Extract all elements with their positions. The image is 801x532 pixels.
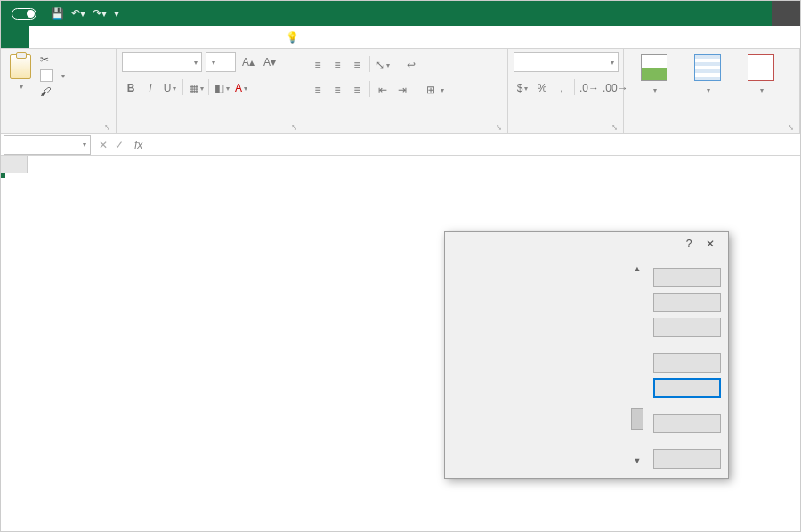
tab-draw[interactable] <box>72 26 93 48</box>
fx-icon[interactable]: fx <box>131 139 146 151</box>
cell-styles-icon <box>748 54 774 81</box>
clipboard-group-label <box>6 129 110 133</box>
name-box[interactable]: ▾ <box>4 135 91 155</box>
tab-formulas[interactable] <box>115 26 136 48</box>
ribbon-tabs: 💡 <box>1 26 800 49</box>
tab-review[interactable] <box>158 26 179 48</box>
find-next-button[interactable] <box>653 378 721 398</box>
cancel-icon[interactable]: ✕ <box>99 139 108 151</box>
conditional-formatting-icon <box>641 54 668 81</box>
format-painter-button[interactable]: 🖌 <box>38 85 67 99</box>
increase-font-icon[interactable]: A▴ <box>239 53 257 71</box>
align-center-icon[interactable]: ≡ <box>328 81 346 99</box>
cell-styles-button[interactable]: ▾ <box>736 52 786 97</box>
tab-insert[interactable] <box>51 26 72 48</box>
align-bottom-icon[interactable]: ≡ <box>348 56 366 74</box>
alignment-group-label <box>309 129 502 133</box>
align-left-icon[interactable]: ≡ <box>309 81 327 99</box>
brush-icon: 🖌 <box>40 85 51 98</box>
styles-group-label <box>629 129 794 133</box>
data-form-dialog: ? ✕ ▲ ▼ <box>444 231 729 479</box>
close-icon[interactable]: ✕ <box>700 238 721 250</box>
format-as-table-button[interactable]: ▾ <box>683 52 732 97</box>
merge-icon: ⊞ <box>426 84 435 96</box>
tab-view[interactable] <box>179 26 200 48</box>
selection-border <box>1 173 4 177</box>
copy-icon <box>40 69 53 82</box>
merge-center-button[interactable]: ⊞▾ <box>422 81 449 99</box>
decrease-font-icon[interactable]: A▾ <box>261 53 279 71</box>
scroll-thumb[interactable] <box>631 408 643 430</box>
number-group-label <box>514 129 618 133</box>
paste-icon <box>10 54 31 79</box>
autosave-toggle[interactable] <box>8 8 36 20</box>
tab-file[interactable] <box>1 26 29 48</box>
wrap-text-button[interactable]: ↩ <box>402 56 424 74</box>
tab-data[interactable] <box>136 26 158 48</box>
delete-button[interactable] <box>653 293 721 312</box>
fill-color-button[interactable]: ◧▾ <box>213 79 231 97</box>
close-button[interactable] <box>653 449 721 469</box>
group-number: ▾ $▾ % , .0→ .00→ <box>508 49 624 133</box>
font-color-button[interactable]: A▾ <box>232 79 250 97</box>
scroll-down-icon[interactable]: ▼ <box>634 456 642 465</box>
currency-button[interactable]: $▾ <box>514 79 531 97</box>
align-right-icon[interactable]: ≡ <box>348 81 366 99</box>
underline-button[interactable]: U▾ <box>161 79 179 97</box>
tab-design[interactable] <box>243 26 264 48</box>
cut-button[interactable]: ✂ <box>38 52 67 67</box>
comma-button[interactable]: , <box>553 79 570 97</box>
border-button[interactable]: ▦▾ <box>187 79 205 97</box>
italic-button[interactable]: I <box>142 79 159 97</box>
wrap-icon: ↩ <box>407 59 416 71</box>
tab-developer[interactable] <box>200 26 222 48</box>
group-clipboard: ▾ ✂ ▾ 🖌 <box>1 49 117 133</box>
help-icon[interactable]: ? <box>678 238 700 250</box>
decrease-indent-icon[interactable]: ⇤ <box>374 81 392 99</box>
ribbon: ▾ ✂ ▾ 🖌 ▾ ▾ A▴ A▾ B I U▾ ▦▾ <box>1 49 800 134</box>
number-format-combo[interactable]: ▾ <box>514 52 619 72</box>
undo-icon[interactable]: ↶▾ <box>71 7 85 20</box>
conditional-formatting-button[interactable]: ▾ <box>629 52 679 97</box>
font-size-combo[interactable]: ▾ <box>206 52 236 72</box>
select-all-corner[interactable] <box>1 156 28 173</box>
group-alignment: ≡ ≡ ≡ ⤡▾ ↩ ≡ ≡ ≡ ⇤ ⇥ ⊞▾ <box>303 49 508 133</box>
title-bar: 💾 ↶▾ ↷▾ ▾ <box>1 1 800 26</box>
worksheet-grid[interactable] <box>1 156 800 173</box>
paste-button[interactable]: ▾ <box>6 52 35 93</box>
find-prev-button[interactable] <box>653 353 721 373</box>
qat-dropdown-icon[interactable]: ▾ <box>114 7 119 20</box>
tab-help[interactable] <box>222 26 243 48</box>
font-name-combo[interactable]: ▾ <box>122 52 202 72</box>
tab-home[interactable] <box>29 26 51 48</box>
tab-page-layout[interactable] <box>93 26 115 48</box>
format-as-table-icon <box>694 54 721 81</box>
formula-bar: ▾ ✕ ✓ fx <box>1 134 800 156</box>
quick-access-toolbar: 💾 ↶▾ ↷▾ ▾ <box>51 7 119 20</box>
scroll-up-icon[interactable]: ▲ <box>634 264 642 273</box>
align-top-icon[interactable]: ≡ <box>309 56 327 74</box>
copy-button[interactable]: ▾ <box>38 69 67 83</box>
cut-icon: ✂ <box>40 53 49 66</box>
orientation-icon[interactable]: ⤡▾ <box>374 56 392 74</box>
new-button[interactable] <box>653 268 721 287</box>
align-middle-icon[interactable]: ≡ <box>328 56 346 74</box>
lightbulb-icon: 💡 <box>286 31 298 44</box>
percent-button[interactable]: % <box>533 79 551 97</box>
increase-decimal-icon[interactable]: .0→ <box>578 79 600 97</box>
bold-button[interactable]: B <box>122 79 140 97</box>
redo-icon[interactable]: ↷▾ <box>93 7 107 20</box>
restore-button[interactable] <box>653 318 721 337</box>
tell-me-search[interactable]: 💡 <box>286 31 303 44</box>
dialog-title-bar[interactable]: ? ✕ <box>445 232 728 255</box>
dialog-scrollbar[interactable]: ▲ ▼ <box>630 261 644 469</box>
context-tab-table-tools <box>772 1 800 26</box>
criteria-button[interactable] <box>653 414 721 433</box>
group-font: ▾ ▾ A▴ A▾ B I U▾ ▦▾ ◧▾ A▾ <box>117 49 303 133</box>
enter-icon[interactable]: ✓ <box>115 139 124 151</box>
increase-indent-icon[interactable]: ⇥ <box>393 81 411 99</box>
group-styles: ▾ ▾ ▾ <box>624 49 800 133</box>
save-icon[interactable]: 💾 <box>51 7 64 20</box>
font-group-label <box>122 129 297 133</box>
